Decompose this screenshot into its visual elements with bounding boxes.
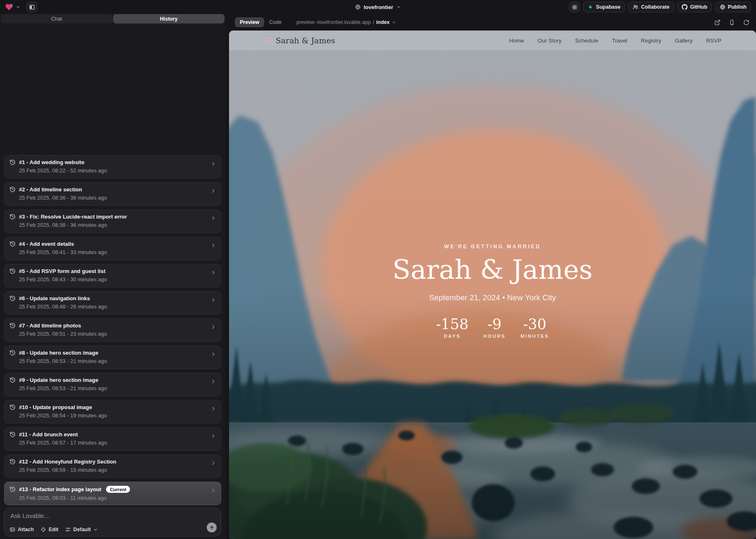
site-nav-link[interactable]: Registry xyxy=(641,38,662,44)
history-entry-timestamp: 25 Feb 2025, 08:36 - 38 minutes ago xyxy=(19,195,216,201)
chevron-right-icon xyxy=(210,242,216,248)
supabase-bolt-icon xyxy=(588,4,593,10)
history-entry-timestamp: 25 Feb 2025, 08:41 - 33 minutes ago xyxy=(19,249,216,255)
countdown-value: -158 xyxy=(436,316,469,332)
history-entry[interactable]: #8 - Update hero section image 25 Feb 20… xyxy=(4,346,221,369)
site-nav-link[interactable]: Travel xyxy=(612,38,627,44)
site-logo-text: Sarah & James xyxy=(276,36,335,45)
workspace-chevron-down-icon[interactable] xyxy=(16,5,21,9)
site-nav-link[interactable]: Home xyxy=(509,38,524,44)
history-entry[interactable]: #10 - Update proposal image 25 Feb 2025,… xyxy=(4,400,221,424)
history-icon xyxy=(9,214,16,220)
target-icon xyxy=(40,527,46,532)
countdown-unit: -30 MINUTES xyxy=(520,316,549,339)
history-icon xyxy=(9,186,16,193)
composer-input[interactable] xyxy=(10,512,215,519)
chevron-right-icon xyxy=(210,188,216,194)
preview-url-selector[interactable]: preview--lovefrontier.lovable.app / inde… xyxy=(296,19,396,25)
preview-url-separator: / xyxy=(373,19,374,25)
refresh-icon[interactable] xyxy=(743,19,749,26)
open-external-icon[interactable] xyxy=(714,19,721,26)
history-entry[interactable]: #9 - Update hero section image 25 Feb 20… xyxy=(4,373,221,396)
site-preview: Sarah & James Home Our Story Schedule Tr… xyxy=(229,31,756,539)
github-button[interactable]: GitHub xyxy=(677,2,712,12)
history-icon xyxy=(9,322,16,329)
countdown-unit: -9 HOURS xyxy=(482,316,507,339)
history-icon xyxy=(9,459,16,465)
collaborate-button[interactable]: Collaborate xyxy=(628,2,674,12)
globe-icon xyxy=(720,4,725,10)
sidebar-toggle-button[interactable] xyxy=(26,2,37,12)
preview-url-page: index xyxy=(376,19,390,25)
lovable-logo-heart-icon[interactable] xyxy=(5,3,13,11)
preview-toolbar: Preview Code preview--lovefrontier.lovab… xyxy=(229,14,756,31)
history-entry[interactable]: #4 - Add event details 25 Feb 2025, 08:4… xyxy=(4,237,221,260)
site-nav-link[interactable]: Gallery xyxy=(675,38,692,44)
countdown-unit: -158 DAYS xyxy=(436,316,469,339)
edit-button[interactable]: Edit xyxy=(40,527,59,532)
history-icon xyxy=(9,268,16,274)
history-entry[interactable]: #12 - Add Honeyfund Registry Section 25 … xyxy=(4,454,221,478)
history-entry-timestamp: 25 Feb 2025, 08:54 - 19 minutes ago xyxy=(19,412,216,419)
supabase-button[interactable]: Supabase xyxy=(583,2,625,12)
countdown-label: HOURS xyxy=(482,334,507,339)
hero-copy: WE'RE GETTING MARRIED Sarah & James Sept… xyxy=(229,244,756,339)
history-entry-timestamp: 25 Feb 2025, 08:51 - 23 minutes ago xyxy=(19,331,216,337)
history-entry[interactable]: #11 - Add brunch event 25 Feb 2025, 08:5… xyxy=(4,427,221,451)
history-icon xyxy=(9,159,16,165)
history-entry-timestamp: 25 Feb 2025, 08:48 - 26 minutes ago xyxy=(19,304,216,310)
preview-url-host: preview--lovefrontier.lovable.app xyxy=(296,19,371,25)
history-entry-timestamp: 25 Feb 2025, 09:03 - 11 minutes ago xyxy=(19,495,216,501)
history-icon xyxy=(9,350,16,356)
site-nav-link[interactable]: Our Story xyxy=(538,38,562,44)
project-switcher[interactable]: lovefrontier xyxy=(355,0,401,14)
history-entry[interactable]: #7 - Add timeline photos 25 Feb 2025, 08… xyxy=(4,318,221,342)
chevron-right-icon xyxy=(210,487,216,493)
attach-button[interactable]: Attach xyxy=(9,527,34,532)
chevron-right-icon xyxy=(210,161,216,167)
site-nav-link[interactable]: RSVP xyxy=(706,38,721,44)
history-entry-timestamp: 25 Feb 2025, 08:57 - 17 minutes ago xyxy=(19,440,216,446)
history-entry[interactable]: #2 - Add timeline section 25 Feb 2025, 0… xyxy=(4,182,221,206)
image-icon xyxy=(9,527,15,532)
chevron-right-icon xyxy=(210,460,216,466)
mobile-view-icon[interactable] xyxy=(729,19,735,26)
tab-history-label: History xyxy=(160,16,177,22)
site-nav: Home Our Story Schedule Travel Registry … xyxy=(509,38,721,44)
settings-button[interactable] xyxy=(569,2,580,12)
site-nav-link[interactable]: Schedule xyxy=(575,38,598,44)
tab-chat[interactable]: Chat xyxy=(1,14,112,24)
history-entry-title: #7 - Add timeline photos xyxy=(19,322,81,329)
tab-history[interactable]: History xyxy=(113,14,224,24)
history-entry-title: #2 - Add timeline section xyxy=(19,186,82,193)
send-button[interactable] xyxy=(207,523,217,532)
history-entry[interactable]: #13 - Refactor index page layout Current… xyxy=(4,482,221,505)
publish-button[interactable]: Publish xyxy=(715,2,751,12)
history-entry-title: #9 - Update hero section image xyxy=(19,377,98,383)
app-topbar: lovefrontier Supabase Collaborate GitHub xyxy=(0,0,756,14)
chevron-right-icon xyxy=(210,379,216,384)
model-default-selector[interactable]: Default xyxy=(65,527,98,532)
tab-code[interactable]: Code xyxy=(264,17,286,27)
history-entry-timestamp: 25 Feb 2025, 08:59 - 15 minutes ago xyxy=(19,467,216,473)
countdown-value: -30 xyxy=(520,316,549,332)
history-entry[interactable]: #1 - Add wedding website 25 Feb 2025, 08… xyxy=(4,155,221,179)
tab-chat-label: Chat xyxy=(51,16,62,22)
gear-icon xyxy=(572,4,578,10)
sliders-icon xyxy=(65,527,71,532)
composer: Attach Edit Default xyxy=(4,508,221,537)
history-entry[interactable]: #3 - Fix: Resolve Lucide-react import er… xyxy=(4,209,221,233)
site-logo[interactable]: Sarah & James xyxy=(264,36,335,45)
tab-preview[interactable]: Preview xyxy=(235,17,264,27)
history-entry-title: #5 - Add RSVP form and guest list xyxy=(19,268,105,274)
chat-history-sidebar: Chat History #1 - Add wedding website 25… xyxy=(0,14,225,539)
countdown-value: -9 xyxy=(482,316,507,332)
history-list: #1 - Add wedding website 25 Feb 2025, 08… xyxy=(0,24,225,506)
publish-label: Publish xyxy=(728,4,747,10)
history-entry[interactable]: #5 - Add RSVP form and guest list 25 Feb… xyxy=(4,264,221,287)
heart-icon xyxy=(264,36,272,45)
hero-eyebrow: WE'RE GETTING MARRIED xyxy=(229,244,756,249)
history-entry[interactable]: #6 - Update navigation links 25 Feb 2025… xyxy=(4,291,221,315)
globe-icon xyxy=(355,4,361,10)
chevron-right-icon xyxy=(210,324,216,330)
